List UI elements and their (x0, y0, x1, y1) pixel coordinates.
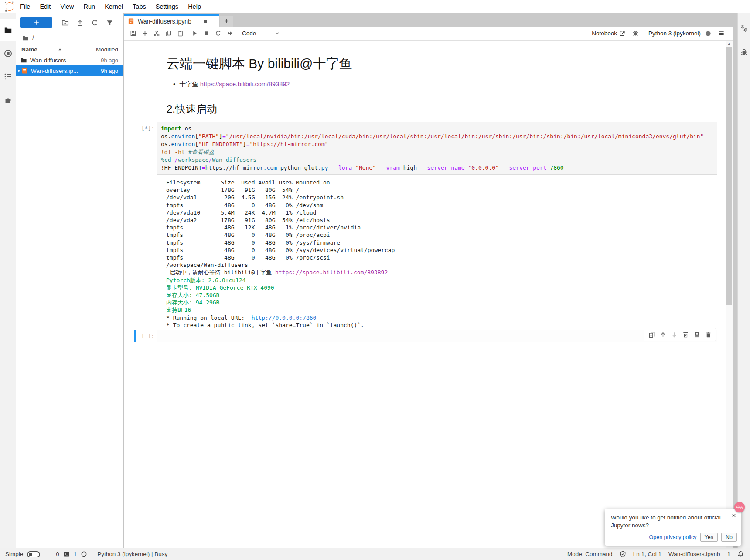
paste-cell-button[interactable] (174, 28, 186, 39)
file-browser-toolbar (16, 13, 123, 32)
right-sidebar-strip (737, 13, 750, 548)
save-icon (130, 30, 136, 37)
breadcrumb[interactable]: / (16, 32, 123, 44)
bilibili-link[interactable]: https://space.bilibili.com/893892 (200, 80, 290, 89)
kernel-name-button[interactable]: Python 3 (ipykernel) (648, 30, 701, 37)
sidebar-tab-toc[interactable] (0, 65, 16, 87)
cut-cell-button[interactable] (151, 28, 163, 39)
gears-icon (740, 24, 748, 33)
filter-button[interactable] (104, 17, 115, 28)
trust-shield-icon (620, 551, 626, 557)
simple-mode-toggle[interactable] (27, 551, 40, 557)
column-name[interactable]: Name (21, 46, 38, 53)
chevron-down-icon (256, 31, 280, 36)
sidebar-tab-debugger[interactable] (738, 41, 750, 63)
insert-cell-button[interactable] (139, 28, 151, 39)
run-cell-button[interactable] (189, 28, 201, 39)
notebook-content: 云端一键脚本 By bilibili@十字鱼 • 十字鱼 https://spa… (124, 41, 726, 548)
menu-file[interactable]: File (15, 3, 35, 10)
menu-settings[interactable]: Settings (151, 3, 183, 10)
tab-wan-diffusers[interactable]: Wan-diffusers.ipynb (124, 14, 219, 27)
no-button[interactable]: No (721, 533, 737, 542)
duplicate-cell-button[interactable] (646, 329, 657, 340)
insert-above-icon (682, 331, 689, 338)
toolbar-menu-button[interactable] (716, 28, 727, 39)
upload-button[interactable] (75, 17, 85, 28)
menu-edit[interactable]: Edit (35, 3, 55, 10)
jupyterlab-window: FileEditViewRunKernelTabsSettingsHelp / … (0, 0, 750, 560)
active-cell-collapser[interactable] (134, 330, 136, 342)
save-button[interactable] (127, 28, 139, 39)
file-row-wan-diffusers-ip-[interactable]: Wan-diffusers.ip...9h ago (16, 65, 123, 76)
new-folder-button[interactable] (59, 17, 70, 28)
restart-icon (215, 30, 222, 37)
output-line: 启动中，请耐心等待 bilibili@十字鱼 https://space.bil… (166, 269, 726, 276)
move-cell-up-button[interactable] (657, 329, 668, 340)
open-file-dot (18, 70, 20, 72)
cell-type-select[interactable]: Code (242, 30, 280, 37)
yes-button[interactable]: Yes (700, 533, 718, 542)
column-modified[interactable]: Modified (96, 46, 118, 53)
menu-kernel[interactable]: Kernel (100, 3, 128, 10)
menu-view[interactable]: View (55, 3, 78, 10)
sidebar-tab-extensions[interactable] (0, 89, 16, 111)
debugger-button[interactable] (630, 28, 641, 39)
kernels-count[interactable]: 1 (74, 551, 77, 557)
unsaved-changes-dot[interactable] (204, 20, 207, 23)
menu-tabs[interactable]: Tabs (128, 3, 151, 10)
kernel-circle-icon (81, 551, 87, 557)
sidebar-tab-property-inspector[interactable] (738, 17, 750, 39)
restart-kernel-button[interactable] (212, 28, 224, 39)
notification-count[interactable]: 1 (727, 551, 730, 557)
file-name: Wan-diffusers (30, 57, 66, 64)
hamburger-icon (718, 30, 725, 37)
terminals-count[interactable]: 0 (56, 551, 59, 557)
new-launcher-button[interactable] (20, 17, 52, 28)
copy-cell-button[interactable] (163, 28, 174, 39)
sort-ascending-icon (38, 47, 62, 52)
output-line: * Running on local URL: http://0.0.0.0:7… (166, 314, 726, 321)
open-in-notebook-button[interactable]: Notebook (592, 30, 625, 37)
privacy-policy-link[interactable]: Open privacy policy (649, 534, 697, 540)
cursor-position[interactable]: Ln 1, Col 1 (633, 551, 661, 557)
refresh-button[interactable] (89, 17, 100, 28)
stop-icon (203, 30, 210, 37)
sidebar-tab-file-browser[interactable] (0, 19, 16, 41)
code-editor[interactable]: import osos.environ["PATH"]="/usr/local/… (157, 122, 717, 175)
notebook-file-icon (128, 18, 134, 24)
menu-run[interactable]: Run (79, 3, 100, 10)
command-mode-indicator[interactable]: Mode: Command (567, 551, 613, 557)
output-line: Filesystem Size Used Avail Use% Mounted … (166, 179, 726, 186)
file-row-wan-diffusers[interactable]: Wan-diffusers9h ago (16, 55, 123, 65)
ime-floating-badge[interactable]: 中A (734, 502, 745, 512)
output-line: /dev/vda1 20G 4.5G 15G 24% /entrypoint.s… (166, 194, 726, 201)
scroll-up-arrow[interactable]: ▲ (726, 41, 733, 47)
delete-cell-button[interactable] (702, 329, 714, 340)
tab-bar: Wan-diffusers.ipynb (124, 13, 733, 27)
code-line: %cd /workspace/Wan-diffusers (161, 156, 713, 164)
input-prompt: [*]: (124, 122, 157, 175)
notebook-scrollbar[interactable]: ▲ ▼ (726, 41, 733, 548)
menu-help[interactable]: Help (183, 3, 206, 10)
new-folder-icon (61, 19, 69, 27)
restart-run-all-button[interactable] (224, 28, 236, 39)
interrupt-kernel-button[interactable] (201, 28, 212, 39)
new-tab-button[interactable] (220, 16, 233, 27)
folder-icon (4, 26, 12, 34)
plus-icon (224, 18, 229, 24)
kernel-status-text[interactable]: Python 3 (ipykernel) | Busy (97, 551, 167, 557)
scrollbar-thumb[interactable] (726, 47, 732, 305)
file-browser-panel: / Name Modified Wan-diffusers9h agoWan-d… (16, 13, 124, 548)
insert-cell-above-button[interactable] (680, 329, 691, 340)
sidebar-tab-running[interactable] (0, 42, 16, 64)
bell-icon (737, 551, 744, 557)
move-cell-down-button[interactable] (668, 329, 680, 340)
code-line: os.environ["HF_ENDPOINT"]="https://hf-mi… (161, 140, 713, 148)
arrow-down-icon (671, 331, 678, 338)
output-line: /workspace/Wan-diffusers (166, 261, 726, 269)
close-popup-button[interactable] (731, 513, 737, 519)
scissors-icon (153, 30, 160, 37)
insert-cell-below-button[interactable] (691, 329, 702, 340)
empty-code-editor[interactable] (157, 330, 717, 342)
notebook-file-icon (21, 68, 28, 74)
